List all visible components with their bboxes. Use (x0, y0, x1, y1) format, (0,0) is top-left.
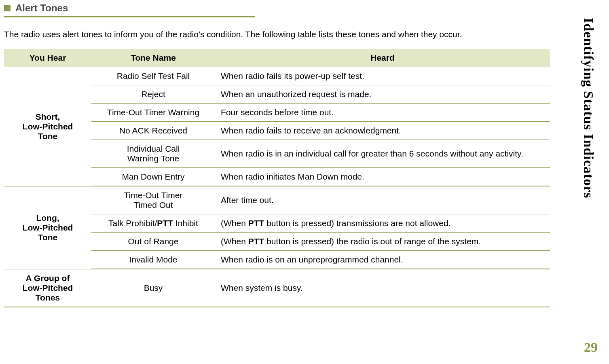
you-hear-cell: Short,Low-PitchedTone (4, 67, 91, 186)
alert-tones-table: You Hear Tone Name Heard Short,Low-Pitch… (4, 49, 550, 307)
table-row: Short,Low-PitchedToneRadio Self Test Fai… (4, 67, 550, 85)
heard-cell: When system is busy. (215, 269, 550, 307)
heading-rule (4, 16, 255, 17)
heard-cell: When radio initiates Man Down mode. (215, 168, 550, 186)
heard-cell: Four seconds before time out. (215, 104, 550, 122)
tone-name-cell: Reject (91, 85, 215, 104)
you-hear-cell: Long,Low-PitchedTone (4, 186, 91, 269)
section-heading: Alert Tones (15, 2, 68, 14)
tone-name-cell: Time-Out TimerTimed Out (91, 186, 215, 214)
col-heard: Heard (215, 49, 550, 67)
intro-paragraph: The radio uses alert tones to inform you… (4, 30, 550, 39)
tone-name-cell: Invalid Mode (91, 251, 215, 269)
heard-cell: When radio is in an individual call for … (215, 140, 550, 168)
heard-cell: After time out. (215, 186, 550, 214)
tone-name-cell: Man Down Entry (91, 168, 215, 186)
you-hear-cell: A Group ofLow-PitchedTones (4, 269, 91, 307)
heard-cell: When radio fails to receive an acknowled… (215, 122, 550, 140)
heard-cell: (When PTT button is pressed) transmissio… (215, 214, 550, 233)
col-tone-name: Tone Name (91, 49, 215, 67)
col-you-hear: You Hear (4, 49, 91, 67)
heard-cell: When radio is on an unpreprogrammed chan… (215, 251, 550, 269)
tone-name-cell: No ACK Received (91, 122, 215, 140)
chapter-tab: Identifying Status Indicators (581, 18, 596, 199)
tone-name-cell: Individual CallWarning Tone (91, 140, 215, 168)
heard-cell: When an unauthorized request is made. (215, 85, 550, 104)
tone-name-cell: Time-Out Timer Warning (91, 104, 215, 122)
table-row: Long,Low-PitchedToneTime-Out TimerTimed … (4, 186, 550, 214)
heard-cell: When radio fails its power-up self test. (215, 67, 550, 85)
page-content: Alert Tones The radio uses alert tones t… (0, 2, 566, 307)
tone-name-cell: Radio Self Test Fail (91, 67, 215, 85)
table-row: A Group ofLow-PitchedTonesBusyWhen syste… (4, 269, 550, 307)
table-header-row: You Hear Tone Name Heard (4, 49, 550, 67)
tone-name-cell: Out of Range (91, 233, 215, 251)
tone-name-cell: Busy (91, 269, 215, 307)
heading-bullet-icon (4, 5, 11, 11)
page-number: 29 (584, 340, 598, 355)
tone-name-cell: Talk Prohibit/PTT Inhibit (91, 214, 215, 233)
heard-cell: (When PTT button is pressed) the radio i… (215, 233, 550, 251)
heading-row: Alert Tones (4, 2, 550, 14)
